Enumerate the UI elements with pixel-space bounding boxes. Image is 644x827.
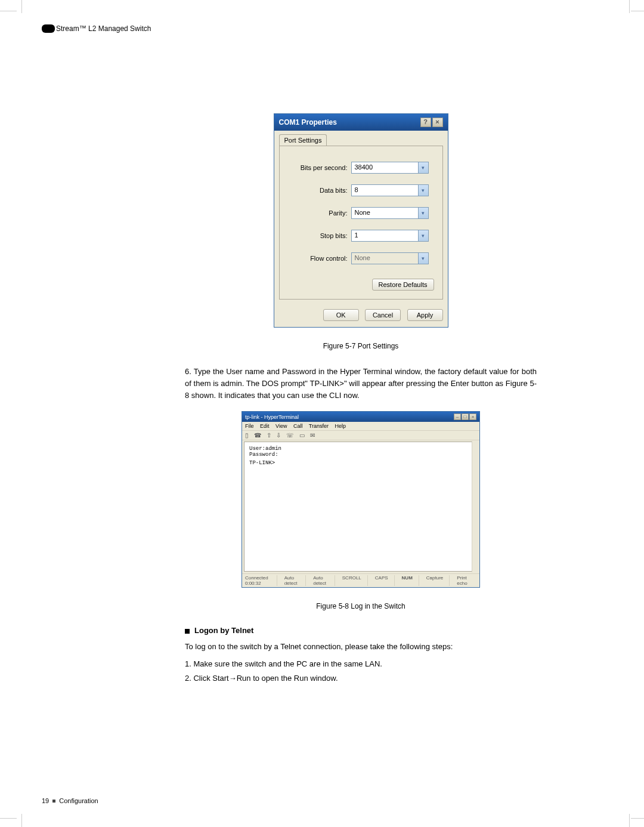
dialog-title: COM1 Properties	[279, 118, 337, 126]
heading-text: Logon by Telnet	[194, 626, 253, 635]
status-autodetect: Auto detect	[313, 575, 335, 586]
menu-call[interactable]: Call	[293, 423, 303, 429]
chevron-down-icon[interactable]: ▾	[419, 162, 429, 174]
select-flow-control[interactable]: None ▾	[351, 252, 429, 264]
menu-view[interactable]: View	[275, 423, 287, 429]
label-bits-per-second: Bits per second:	[288, 164, 351, 171]
status-caps: CAPS	[375, 575, 395, 586]
brand-logo	[42, 24, 55, 33]
restore-defaults-button[interactable]: Restore Defaults	[372, 279, 434, 291]
status-autodetect: Auto detect	[284, 575, 306, 586]
status-capture: Capture	[426, 575, 450, 586]
select-bits-per-second[interactable]: 38400 ▾	[351, 162, 429, 174]
select-value: 38400	[351, 162, 419, 174]
status-bar: Connected 0:00:32 Auto detect Auto detec…	[242, 573, 479, 587]
status-scroll: SCROLL	[342, 575, 368, 586]
apply-button[interactable]: Apply	[407, 309, 443, 321]
step-6-text: 6.Type the User name and Password in the…	[185, 366, 537, 402]
section-intro: To log on to the switch by a Telnet conn…	[185, 641, 537, 653]
page-footer: 19 Configuration	[42, 797, 98, 804]
menu-edit[interactable]: Edit	[260, 423, 270, 429]
ok-button[interactable]: OK	[323, 309, 359, 321]
close-icon[interactable]: ×	[469, 414, 476, 420]
hyperterm-title: tp-link - HyperTerminal	[245, 414, 299, 420]
hyperterm-menu-bar: File Edit View Call Transfer Help	[242, 422, 479, 431]
list-marker: 1.	[185, 659, 191, 668]
scrollbar[interactable]	[472, 441, 478, 572]
chevron-down-icon[interactable]: ▾	[419, 207, 429, 219]
product-name: L2 Managed Switch	[88, 24, 151, 33]
select-parity[interactable]: None ▾	[351, 207, 429, 219]
select-value: None	[351, 207, 419, 219]
hyperterm-title-bar: tp-link - HyperTerminal – □ ×	[242, 412, 479, 422]
list-marker: 6.	[185, 367, 191, 376]
figure-caption-5-7: Figure 5-7 Port Settings	[185, 342, 537, 350]
com1-properties-dialog: COM1 Properties ? × Port Settings Bits p…	[274, 113, 448, 328]
section-heading-logon-telnet: Logon by Telnet	[185, 626, 537, 635]
list-marker: 2.	[185, 674, 191, 683]
step-text: Click Start→Run to open the Run window.	[193, 674, 338, 683]
footer-label: Configuration	[59, 797, 98, 804]
label-parity: Parity:	[288, 209, 351, 217]
list-item: 1. Make sure the switch and the PC are i…	[185, 657, 537, 672]
chevron-down-icon[interactable]: ▾	[419, 252, 429, 264]
brand-reg: ™	[79, 24, 86, 32]
label-stop-bits: Stop bits:	[288, 232, 351, 239]
brand-text: Stream	[56, 24, 79, 33]
terminal-line: User:admin	[249, 446, 472, 452]
select-data-bits[interactable]: 8 ▾	[351, 184, 429, 196]
cancel-button[interactable]: Cancel	[365, 309, 401, 321]
hyperterminal-window: tp-link - HyperTerminal – □ × File Edit …	[242, 411, 480, 588]
label-data-bits: Data bits:	[288, 187, 351, 194]
chevron-down-icon[interactable]: ▾	[419, 230, 429, 242]
dialog-title-bar: COM1 Properties ? ×	[274, 114, 448, 131]
page-number: 19	[42, 797, 49, 804]
chevron-down-icon[interactable]: ▾	[419, 184, 429, 196]
terminal-line: Password:	[249, 452, 472, 458]
page-header: Stream™ L2 Managed Switch	[42, 24, 151, 33]
square-icon	[52, 800, 55, 803]
menu-file[interactable]: File	[245, 423, 254, 429]
terminal-line: TP-LINK>	[249, 460, 472, 466]
maximize-icon[interactable]: □	[462, 414, 469, 420]
close-icon[interactable]: ×	[432, 118, 443, 127]
select-stop-bits[interactable]: 1 ▾	[351, 230, 429, 242]
select-value: None	[351, 252, 419, 264]
menu-transfer[interactable]: Transfer	[309, 423, 329, 429]
minimize-icon[interactable]: –	[454, 414, 461, 420]
status-print-echo: Print echo	[457, 575, 476, 586]
tab-port-settings[interactable]: Port Settings	[279, 134, 327, 146]
terminal-output[interactable]: User:admin Password: TP-LINK>	[244, 442, 478, 572]
menu-help[interactable]: Help	[335, 423, 346, 429]
status-num: NUM	[402, 575, 419, 586]
figure-caption-5-8: Figure 5-8 Log in the Switch	[185, 602, 537, 610]
select-value: 1	[351, 230, 419, 242]
step-text: Make sure the switch and the PC are in t…	[193, 659, 382, 668]
square-bullet-icon	[185, 629, 190, 634]
label-flow-control: Flow control:	[288, 255, 351, 262]
select-value: 8	[351, 184, 419, 196]
step-text: Type the User name and Password in the H…	[185, 367, 537, 400]
list-item: 2. Click Start→Run to open the Run windo…	[185, 671, 537, 686]
help-icon[interactable]: ?	[420, 118, 431, 127]
status-connected: Connected 0:00:32	[245, 575, 277, 586]
hyperterm-toolbar: ▯ ☎ ⇧ ⇩ ☏ ▭ ✉	[242, 431, 479, 440]
